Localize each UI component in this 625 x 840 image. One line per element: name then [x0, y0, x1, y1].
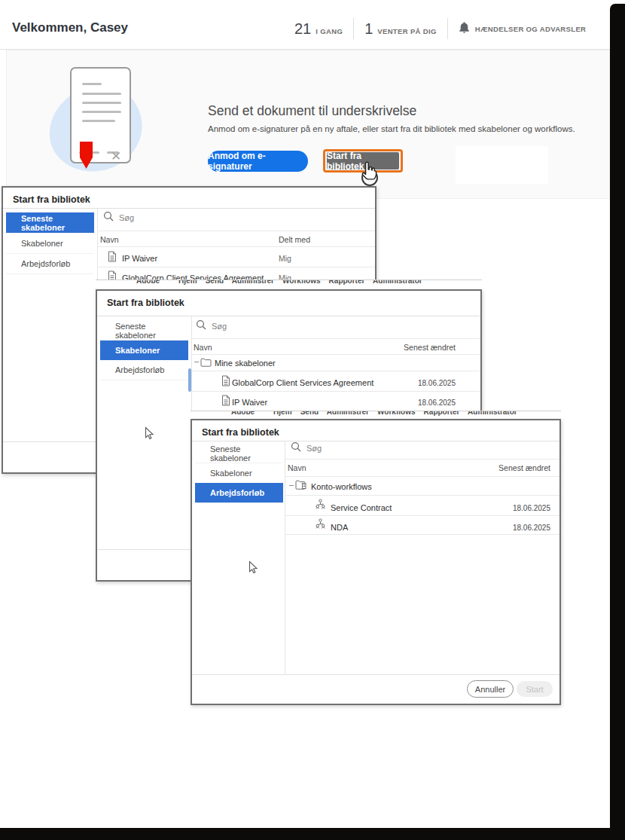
sidebar-item-skabeloner[interactable]: Skabeloner: [100, 341, 188, 360]
search-icon: [103, 211, 114, 225]
sidebar-item-seneste-skabeloner[interactable]: Seneste skabeloner: [195, 444, 283, 463]
divider: [353, 18, 354, 39]
dialog-title: Start fra bibliotek: [13, 194, 90, 205]
collapse-caret-icon[interactable]: –: [289, 481, 294, 489]
waiting-label: VENTER PÅ DIG: [377, 27, 436, 35]
request-esignatures-button[interactable]: Anmod om e-signaturer: [208, 151, 308, 172]
row-shared: Mig: [279, 254, 291, 263]
template-icon: [221, 395, 230, 409]
column-header-name: Navn: [194, 343, 212, 352]
row-date: 18.06.2025: [418, 399, 456, 407]
column-header-modified: Senest ændret: [498, 463, 550, 472]
collapse-caret-icon[interactable]: –: [194, 357, 199, 365]
cancel-button[interactable]: Annuller: [467, 680, 514, 698]
dialog-title: Start fra bibliotek: [202, 427, 279, 438]
sidebar-item-skabeloner[interactable]: Skabeloner: [195, 463, 283, 483]
hero-subtitle: Anmod om e-signaturer på en ny aftale, e…: [208, 124, 575, 133]
library-dialog-workflows: Start fra bibliotek Seneste skabeloner S…: [191, 419, 561, 705]
waiting-counter[interactable]: 1 VENTER PÅ DIG: [364, 20, 437, 38]
search-field[interactable]: [212, 322, 325, 331]
column-header-name: Navn: [288, 463, 306, 472]
desktop-background-bottom: [0, 828, 625, 840]
start-from-library-button[interactable]: Start fra bibliotek: [327, 152, 399, 170]
search-field[interactable]: [306, 444, 419, 453]
blank-panel: [456, 146, 548, 184]
row-date: 18.06.2025: [513, 524, 550, 532]
sidebar-item-arbejdsforlob[interactable]: Arbejdsforløb: [195, 483, 283, 502]
folder-name: Konto-workflows: [311, 482, 372, 491]
document-icon: [70, 67, 131, 163]
template-icon: [108, 251, 117, 265]
in-progress-count: 21: [294, 20, 311, 38]
header-stats: 21 I GANG 1 VENTER PÅ DIG HÆNDELSER OG A…: [294, 18, 586, 39]
clipped-background-nav: Adobe Hjem Send Administrer Workflows Ra…: [96, 279, 482, 289]
search-input[interactable]: [291, 441, 419, 455]
search-field[interactable]: [119, 213, 232, 222]
column-header-name: Navn: [100, 235, 119, 244]
workflow-folder-icon: [295, 479, 307, 493]
search-icon: [291, 441, 301, 455]
row-name: NDA: [331, 523, 348, 532]
row-name: IP Waiver: [232, 398, 267, 407]
row-date: 18.06.2025: [513, 504, 550, 512]
hero-banner: ✕ Send et dokument til underskrivelse An…: [6, 50, 610, 199]
sidebar-item-seneste-skabeloner[interactable]: Seneste skabeloner: [100, 321, 188, 341]
sidebar-item-arbejdsforlob[interactable]: Arbejdsforløb: [6, 253, 94, 273]
folder-icon: [200, 356, 212, 370]
column-header-shared: Delt med: [279, 235, 310, 244]
in-progress-label: I GANG: [316, 27, 343, 35]
sidebar-item-skabeloner[interactable]: Skabeloner: [6, 233, 94, 253]
waiting-count: 1: [364, 20, 373, 38]
folder-name: Mine skabeloner: [215, 359, 276, 368]
desktop-background-right: [610, 4, 625, 828]
search-input[interactable]: [196, 319, 325, 333]
template-icon: [221, 375, 230, 389]
x-mark-icon: ✕: [111, 148, 121, 164]
search-input[interactable]: [103, 211, 232, 225]
clipped-background-nav: Adobe Hjem Send Administrer Workflows Ra…: [191, 411, 561, 419]
row-name: IP Waiver: [122, 254, 157, 263]
in-progress-counter[interactable]: 21 I GANG: [294, 20, 343, 38]
sidebar-item-seneste-skabeloner[interactable]: Seneste skabeloner: [6, 212, 94, 233]
alerts-label: HÆNDELSER OG ADVARSLER: [475, 25, 587, 33]
scrollbar-thumb[interactable]: [188, 368, 191, 392]
workflow-icon: [315, 518, 326, 532]
workflow-icon: [315, 499, 326, 512]
divider: [447, 18, 448, 39]
row-name: GlobalCorp Client Services Agreement: [232, 378, 373, 387]
page-title: Velkommen, Casey: [12, 20, 128, 35]
bell-icon: [459, 21, 470, 37]
app-canvas: Velkommen, Casey 21 I GANG 1 VENTER PÅ D…: [0, 0, 625, 840]
row-name: Service Contract: [331, 503, 392, 512]
highlight-outline: Start fra bibliotek: [323, 149, 403, 173]
document-illustration: ✕: [46, 61, 159, 178]
search-icon: [196, 319, 206, 333]
column-header-modified: Senest ændret: [404, 343, 456, 352]
sidebar-item-arbejdsforlob[interactable]: Arbejdsforløb: [100, 360, 188, 380]
row-date: 18.06.2025: [418, 379, 456, 387]
dialog-title: Start fra bibliotek: [107, 298, 184, 308]
hero-title: Send et dokument til underskrivelse: [208, 103, 416, 119]
start-button-disabled[interactable]: Start: [517, 681, 553, 697]
alerts-button[interactable]: HÆNDELSER OG ADVARSLER: [459, 21, 587, 37]
